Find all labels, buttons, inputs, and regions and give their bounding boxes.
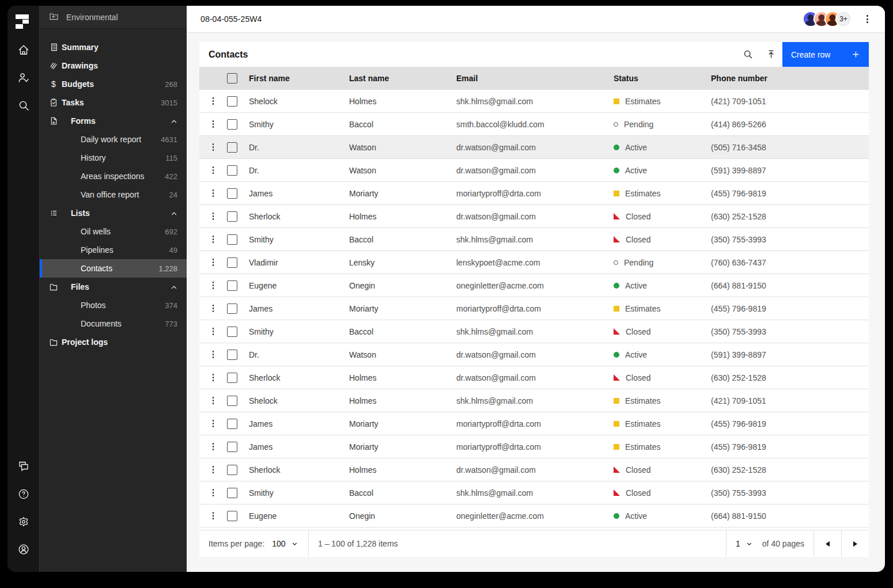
account-button[interactable] (17, 544, 30, 557)
row-checkbox[interactable] (227, 511, 237, 521)
row-checkbox[interactable] (227, 465, 237, 475)
home-button[interactable] (17, 45, 30, 58)
page-select[interactable]: 1 (736, 539, 752, 548)
member-avatars[interactable]: 3+ (803, 11, 852, 27)
table-row[interactable]: SherlockHolmesdr.watson@gmail.comClosed(… (199, 205, 869, 228)
help-button[interactable] (17, 489, 30, 502)
sidebar-item-drawings[interactable]: Drawings (40, 56, 187, 75)
row-overflow-menu-icon[interactable] (208, 487, 218, 499)
sidebar-item-van-office-report[interactable]: Van office report24 (40, 185, 187, 204)
row-overflow-menu-icon[interactable] (208, 441, 218, 453)
sidebar-item-daily-work-report[interactable]: Daily work report4631 (40, 130, 187, 149)
table-row[interactable]: SmithyBaccolshk.hlms@gmail.comClosed(350… (199, 320, 869, 343)
row-checkbox[interactable] (227, 373, 237, 383)
next-page-button[interactable] (841, 530, 869, 557)
table-row[interactable]: SherlockHolmesdr.watson@gmail.comClosed(… (199, 458, 869, 481)
table-row[interactable]: EugeneOneginoneginletter@acme.comActive(… (199, 274, 869, 297)
sidebar-item-budgets[interactable]: $Budgets268 (40, 75, 187, 93)
drawings-icon (49, 61, 58, 70)
sidebar-item-photos[interactable]: Photos374 (40, 296, 187, 314)
project-sidebar: Environmental SummaryDrawings$Budgets268… (39, 6, 187, 572)
table-row[interactable]: SmithyBaccolsmth.baccol@kludd.comPending… (199, 113, 869, 136)
row-overflow-menu-icon[interactable] (208, 256, 218, 269)
sidebar-item-oil-wells[interactable]: Oil wells692 (40, 222, 187, 241)
table-row[interactable]: SherlockHolmesdr.watson@gmail.comClosed(… (199, 366, 869, 389)
row-checkbox[interactable] (227, 280, 237, 291)
table-row[interactable]: SmithyBaccolshk.hlms@gmail.comClosed(350… (199, 481, 869, 504)
sidebar-item-forms[interactable]: Forms (40, 112, 187, 130)
table-row[interactable]: JamesMoriartymoriartyproff@drta.comEstim… (199, 412, 869, 435)
row-checkbox[interactable] (227, 234, 237, 245)
row-overflow-menu-icon[interactable] (208, 279, 218, 292)
table-row[interactable]: JamesMoriartymoriartyproff@drta.comEstim… (199, 182, 869, 205)
user-follow-button[interactable] (17, 73, 30, 85)
row-overflow-menu-icon[interactable] (208, 141, 218, 154)
row-checkbox[interactable] (227, 488, 237, 498)
row-checkbox[interactable] (227, 350, 237, 360)
row-overflow-menu-icon[interactable] (208, 164, 218, 177)
table-row[interactable]: Dr.Watsondr.watson@gmail.comActive(591) … (199, 159, 869, 182)
search-button[interactable] (17, 100, 30, 113)
table-row[interactable]: JamesMoriartymoriartyproff@drta.comEstim… (199, 297, 869, 320)
row-checkbox[interactable] (227, 165, 237, 176)
row-overflow-menu-icon[interactable] (208, 464, 218, 476)
sidebar-item-summary[interactable]: Summary (40, 38, 187, 56)
upload-button[interactable] (759, 42, 782, 67)
row-checkbox[interactable] (227, 188, 237, 199)
row-checkbox[interactable] (227, 304, 237, 314)
project-switcher[interactable]: Environmental (40, 6, 187, 29)
items-per-page-select[interactable]: 100 (272, 539, 297, 548)
row-checkbox[interactable] (227, 119, 237, 130)
sidebar-item-project-logs[interactable]: Project logs (40, 333, 187, 351)
row-checkbox[interactable] (227, 327, 237, 337)
sidebar-item-history[interactable]: History115 (40, 149, 187, 167)
row-checkbox[interactable] (227, 396, 237, 406)
sidebar-item-lists[interactable]: Lists (40, 204, 187, 222)
sidebar-item-documents[interactable]: Documents773 (40, 314, 187, 333)
previous-page-button[interactable] (813, 530, 841, 557)
row-checkbox[interactable] (227, 142, 237, 153)
column-header-last-name: Last name (349, 74, 456, 83)
table-row[interactable]: VladimirLenskylenskypoet@acme.comPending… (199, 251, 869, 274)
table-row[interactable]: EugeneOneginoneginletter@acme.comActive(… (199, 504, 869, 528)
row-overflow-menu-icon[interactable] (208, 510, 218, 522)
row-checkbox[interactable] (227, 257, 237, 268)
search-button[interactable] (736, 42, 759, 67)
table-row[interactable]: Dr.Watsondr.watson@gmail.comActive(505) … (199, 136, 869, 159)
row-checkbox[interactable] (227, 96, 237, 107)
sidebar-item-files[interactable]: Files (40, 278, 187, 296)
forum-icon (17, 460, 30, 475)
forum-button[interactable] (17, 461, 30, 474)
estimates-status-icon (614, 421, 619, 427)
row-overflow-menu-icon[interactable] (208, 394, 218, 407)
overflow-menu-icon[interactable] (862, 14, 872, 24)
row-overflow-menu-icon[interactable] (208, 187, 218, 200)
row-overflow-menu-icon[interactable] (208, 302, 218, 315)
sidebar-item-tasks[interactable]: Tasks3015 (40, 93, 187, 112)
sidebar-item-pipelines[interactable]: Pipelines49 (40, 241, 187, 259)
row-checkbox[interactable] (227, 211, 237, 222)
row-overflow-menu-icon[interactable] (208, 95, 218, 108)
table-row[interactable]: SmithyBaccolshk.hlms@gmail.comClosed(350… (199, 228, 869, 251)
row-overflow-menu-icon[interactable] (208, 210, 218, 223)
table-row[interactable]: ShelockHolmesshk.hlms@gmail.comEstimates… (199, 90, 869, 113)
cell-phone: (630) 252-1528 (711, 465, 869, 475)
select-all-checkbox[interactable] (227, 73, 237, 84)
table-row[interactable]: JamesMoriartymoriartyproff@drta.comEstim… (199, 435, 869, 458)
row-overflow-menu-icon[interactable] (208, 418, 218, 430)
page-value: 1 (736, 539, 740, 548)
row-checkbox[interactable] (227, 419, 237, 429)
table-row[interactable]: Dr.Watsondr.watson@gmail.comActive(591) … (199, 343, 869, 366)
table-row[interactable]: ShelockHolmesshk.hlms@gmail.comEstimates… (199, 389, 869, 412)
sidebar-item-contacts[interactable]: Contacts1,228 (40, 259, 187, 278)
avatar-overflow-badge[interactable]: 3+ (835, 11, 852, 27)
row-overflow-menu-icon[interactable] (208, 371, 218, 384)
row-checkbox[interactable] (227, 442, 237, 452)
row-overflow-menu-icon[interactable] (208, 325, 218, 338)
create-row-button[interactable]: Create row (782, 42, 869, 67)
row-overflow-menu-icon[interactable] (208, 118, 218, 131)
settings-button[interactable] (17, 517, 30, 529)
row-overflow-menu-icon[interactable] (208, 233, 218, 246)
sidebar-item-areas-inspections[interactable]: Areas inspections422 (40, 167, 187, 185)
row-overflow-menu-icon[interactable] (208, 348, 218, 361)
